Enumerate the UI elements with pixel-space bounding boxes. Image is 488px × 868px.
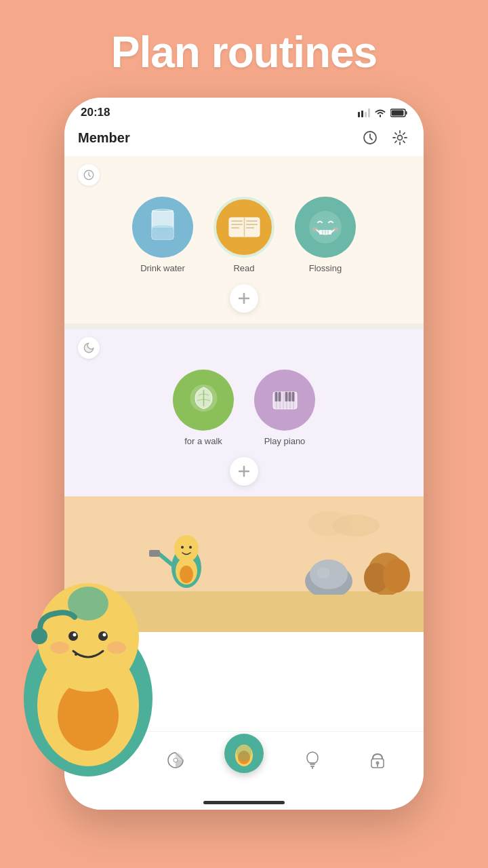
svg-point-66: [237, 745, 251, 761]
battery-icon: [390, 108, 407, 117]
piano-circle: [254, 370, 315, 431]
svg-point-51: [174, 535, 199, 562]
evening-section-header: [64, 337, 424, 364]
svg-point-80: [73, 633, 77, 637]
status-bar: 20:18: [64, 98, 424, 125]
section-divider: [64, 323, 424, 329]
svg-rect-40: [285, 392, 287, 401]
status-icons: [358, 108, 407, 117]
status-time: 20:18: [81, 106, 110, 119]
svg-point-79: [98, 631, 108, 641]
svg-point-83: [107, 642, 126, 654]
svg-point-85: [31, 628, 47, 644]
morning-add-button[interactable]: [230, 284, 258, 313]
gear-icon: [392, 130, 408, 146]
svg-point-8: [398, 136, 403, 140]
habit-piano[interactable]: Play piano: [254, 370, 315, 446]
flossing-label: Flossing: [309, 263, 342, 273]
svg-rect-19: [246, 224, 258, 225]
svg-point-82: [50, 642, 69, 654]
svg-point-21: [309, 211, 342, 243]
svg-rect-0: [358, 112, 360, 117]
svg-point-84: [75, 653, 77, 656]
bush-decoration: [363, 540, 410, 595]
svg-rect-18: [246, 220, 258, 222]
evening-habits-row: for a walk: [64, 364, 424, 452]
morning-section-header: [64, 164, 424, 191]
home-bar: [203, 801, 285, 804]
drink-water-label: Drink water: [140, 263, 185, 273]
svg-rect-42: [291, 392, 294, 401]
svg-point-81: [103, 633, 106, 637]
evening-section: for a walk: [64, 329, 424, 496]
habit-drink-water[interactable]: Drink water: [132, 197, 193, 273]
signal-icon: [358, 108, 370, 117]
svg-rect-5: [406, 111, 407, 115]
svg-rect-2: [365, 112, 367, 117]
habit-read[interactable]: Read: [214, 197, 274, 273]
moon-icon: [83, 342, 95, 354]
svg-point-78: [68, 631, 78, 641]
svg-point-63: [174, 758, 178, 762]
nav-chart[interactable]: [159, 743, 192, 777]
svg-point-52: [181, 546, 184, 549]
lock-nav-icon: [370, 751, 385, 770]
avocado-character: [0, 563, 163, 780]
svg-point-27: [333, 227, 338, 231]
read-circle: [214, 197, 274, 258]
nav-avocado-home[interactable]: [224, 740, 264, 781]
svg-rect-20: [246, 227, 254, 229]
rock-decoration: [302, 547, 356, 595]
evening-moon-icon: [78, 337, 100, 359]
sun-clock-icon: [83, 169, 95, 181]
bulb-nav-icon: [304, 751, 321, 770]
avocado-home-button[interactable]: [224, 734, 264, 773]
svg-point-61: [383, 559, 410, 593]
wifi-icon: [374, 108, 386, 117]
clouds-decoration: [302, 507, 383, 540]
chart-nav-icon: [167, 751, 184, 769]
drink-water-circle: [132, 197, 193, 258]
water-glass-icon: [145, 208, 180, 247]
svg-rect-17: [231, 227, 239, 229]
plus-icon: [237, 292, 251, 305]
piano-icon: [266, 382, 304, 419]
nav-bulb[interactable]: [296, 743, 329, 777]
avocado-nav-icon: [231, 741, 257, 766]
habit-flossing[interactable]: Flossing: [295, 197, 356, 273]
svg-rect-3: [368, 108, 370, 117]
svg-rect-38: [274, 392, 277, 401]
svg-rect-6: [392, 110, 404, 115]
history-button[interactable]: [360, 127, 380, 148]
morning-habits-row: Drink water: [64, 191, 424, 279]
svg-rect-16: [231, 224, 243, 225]
plus-icon-2: [237, 465, 251, 478]
svg-point-58: [317, 568, 330, 578]
settings-button[interactable]: [390, 127, 410, 148]
svg-rect-15: [231, 220, 243, 222]
walk-circle: [173, 370, 234, 431]
app-header: Member: [64, 125, 424, 156]
tree-icon: [185, 380, 222, 420]
svg-rect-39: [278, 392, 281, 401]
habit-walk[interactable]: for a walk: [173, 370, 234, 446]
svg-point-26: [312, 227, 318, 231]
evening-add-button[interactable]: [230, 457, 258, 486]
page-title: Plan routines: [111, 27, 377, 77]
svg-point-50: [180, 566, 193, 583]
read-label: Read: [233, 263, 254, 273]
nav-lock[interactable]: [361, 743, 394, 777]
clock-icon: [362, 130, 378, 146]
morning-section: Drink water: [64, 156, 424, 323]
book-icon: [226, 212, 263, 243]
svg-rect-55: [149, 550, 160, 557]
svg-rect-1: [361, 111, 363, 117]
svg-point-53: [189, 546, 192, 549]
piano-label: Play piano: [264, 436, 306, 446]
walk-label: for a walk: [184, 436, 222, 446]
flossing-circle: [295, 197, 356, 258]
header-title: Member: [78, 130, 130, 146]
morning-time-icon: [78, 164, 100, 186]
svg-rect-41: [288, 392, 291, 401]
header-icons: [360, 127, 410, 148]
